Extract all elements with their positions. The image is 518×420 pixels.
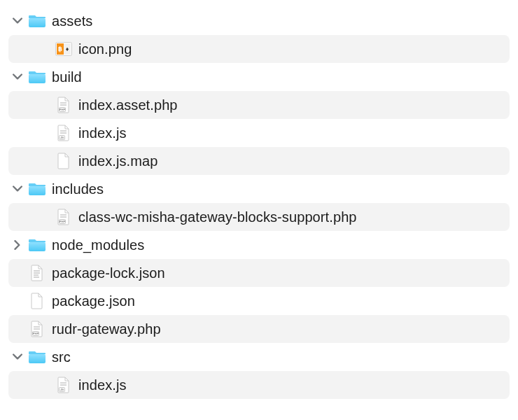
folder-name: assets [48, 13, 92, 29]
file-row[interactable]: package-lock.json [8, 259, 510, 287]
folder-icon [27, 349, 48, 365]
txt-file-icon [27, 265, 48, 281]
chevron-right-icon[interactable] [13, 240, 22, 250]
file-name: index.js.map [74, 153, 158, 169]
folder-icon [27, 237, 48, 253]
svg-rect-20 [29, 242, 46, 251]
js-file-icon: JS [53, 377, 74, 393]
folder-name: src [48, 349, 71, 365]
file-name: index.asset.php [74, 97, 178, 113]
svg-rect-0 [29, 18, 46, 27]
svg-text:PHP: PHP [59, 108, 66, 111]
file-row[interactable]: ฿ ♦ icon.png [8, 35, 510, 63]
generic-file-icon [27, 293, 48, 309]
folder-name: node_modules [48, 237, 144, 253]
chevron-down-icon[interactable] [13, 185, 22, 193]
php-file-icon: PHP [27, 321, 48, 337]
file-name: class-wc-misha-gateway-blocks-support.ph… [74, 209, 357, 225]
file-name: index.js [74, 125, 127, 141]
png-file-icon: ฿ ♦ [53, 42, 74, 56]
file-tree: assets ฿ ♦ icon.png build PHP index.asse… [8, 7, 510, 399]
file-row[interactable]: JS index.js [8, 119, 510, 147]
folder-row[interactable]: includes [8, 175, 510, 203]
svg-text:JS: JS [60, 136, 64, 139]
php-file-icon: PHP [53, 209, 74, 225]
js-file-icon: JS [53, 125, 74, 141]
svg-text:฿: ฿ [58, 46, 62, 52]
file-row[interactable]: JS index.js [8, 371, 510, 399]
file-row[interactable]: PHP rudr-gateway.php [8, 315, 510, 343]
file-row[interactable]: index.js.map [8, 147, 510, 175]
chevron-down-icon[interactable] [13, 73, 22, 81]
svg-text:PHP: PHP [59, 220, 66, 223]
file-name: index.js [74, 377, 127, 393]
svg-rect-29 [29, 354, 46, 363]
file-name: icon.png [74, 41, 132, 57]
file-row[interactable]: PHP class-wc-misha-gateway-blocks-suppor… [8, 203, 510, 231]
folder-row[interactable]: node_modules [8, 231, 510, 259]
folder-icon [27, 13, 48, 29]
folder-name: includes [48, 181, 104, 197]
svg-text:♦: ♦ [66, 46, 69, 52]
file-name: package.json [48, 293, 135, 309]
svg-rect-15 [29, 186, 46, 195]
folder-icon [27, 181, 48, 197]
file-row[interactable]: PHP index.asset.php [8, 91, 510, 119]
file-name: rudr-gateway.php [48, 321, 161, 337]
folder-icon [27, 69, 48, 85]
php-file-icon: PHP [53, 97, 74, 113]
folder-row[interactable]: src [8, 343, 510, 371]
chevron-down-icon[interactable] [13, 353, 22, 361]
svg-rect-6 [29, 74, 46, 83]
svg-text:JS: JS [60, 388, 64, 391]
generic-file-icon [53, 153, 74, 169]
file-name: package-lock.json [48, 265, 165, 281]
svg-text:PHP: PHP [33, 332, 39, 335]
folder-row[interactable]: build [8, 63, 510, 91]
folder-row[interactable]: assets [8, 7, 510, 35]
folder-name: build [48, 69, 82, 85]
file-row[interactable]: package.json [8, 287, 510, 315]
chevron-down-icon[interactable] [13, 17, 22, 25]
